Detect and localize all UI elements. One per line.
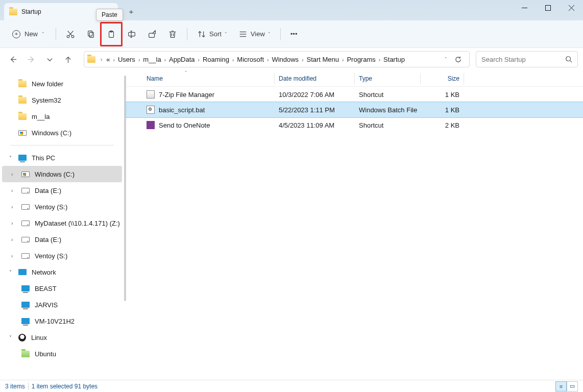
expand-icon[interactable]: › — [11, 237, 13, 242]
details-view-toggle[interactable]: ≡ — [555, 381, 567, 391]
cut-button[interactable] — [61, 25, 80, 43]
file-list: Name˄ Date modified Type Size 7-Zip File… — [126, 70, 583, 380]
minimize-button[interactable] — [513, 0, 536, 15]
sidebar-label: Ventoy (S:) — [35, 252, 67, 260]
sidebar-drive-item[interactable]: ›Ventoy (S:) — [2, 248, 122, 264]
file-date: 10/3/2022 7:06 AM — [279, 91, 354, 99]
search-box[interactable] — [476, 51, 578, 67]
sidebar-label: Data (E:) — [35, 236, 61, 243]
sidebar-recent-item[interactable]: Windows (C:) — [2, 125, 122, 141]
file-row[interactable]: 7-Zip File Manager10/3/2022 7:06 AMShort… — [126, 87, 583, 102]
sidebar-linux[interactable]: ˅Linux — [2, 329, 122, 346]
file-row[interactable]: basic_script.bat5/22/2023 1:11 PMWindows… — [126, 102, 583, 117]
linux-icon — [18, 334, 26, 341]
delete-button[interactable] — [163, 25, 182, 43]
sidebar-recent-item[interactable]: System32 — [2, 92, 122, 108]
sidebar-drive-item[interactable]: ›Data (E:) — [2, 231, 122, 248]
sidebar-label: Data (E:) — [35, 187, 61, 194]
search-input[interactable] — [481, 56, 553, 63]
search-icon — [565, 56, 572, 63]
expand-icon[interactable]: › — [11, 220, 13, 226]
file-size: 2 KB — [425, 121, 459, 129]
breadcrumb-segment[interactable]: AppData — [167, 56, 197, 63]
sidebar-label: Linux — [31, 334, 47, 341]
view-button[interactable]: View ˅ — [234, 25, 275, 43]
breadcrumb-segment[interactable]: Roaming — [201, 56, 231, 63]
new-tab-button[interactable]: + — [124, 4, 138, 18]
recent-dropdown[interactable] — [42, 52, 57, 67]
share-button[interactable] — [143, 25, 161, 43]
sidebar-label: New folder — [32, 80, 63, 88]
folder-icon — [18, 97, 27, 104]
expand-icon[interactable]: › — [11, 172, 13, 177]
svg-rect-16 — [149, 33, 155, 37]
drive-icon — [21, 188, 30, 193]
breadcrumb-segment[interactable]: Programs — [345, 56, 377, 63]
sidebar-network-item[interactable]: BEAST — [2, 280, 122, 297]
back-button[interactable] — [5, 52, 20, 67]
expand-icon[interactable]: ˅ — [9, 270, 12, 275]
computer-icon — [21, 285, 30, 291]
maximize-button[interactable] — [536, 0, 560, 15]
expand-icon[interactable]: › — [11, 188, 13, 193]
column-type[interactable]: Type — [359, 75, 420, 82]
expand-icon[interactable]: ˅ — [9, 155, 12, 161]
file-type: Shortcut — [359, 121, 420, 129]
pc-icon — [18, 155, 27, 161]
breadcrumb-segment[interactable]: Microsoft — [235, 56, 266, 63]
expand-icon[interactable]: › — [11, 253, 13, 259]
address-bar[interactable]: › «›Users›m__la›AppData›Roaming›Microsof… — [84, 51, 470, 67]
sidebar-recent-item[interactable]: New folder — [2, 76, 122, 92]
svg-point-30 — [566, 57, 571, 61]
paste-tooltip: Paste — [96, 9, 123, 21]
sidebar-drive-item[interactable]: ›Windows (C:) — [2, 166, 122, 182]
file-icon — [147, 121, 155, 129]
chevron-right-icon: › — [378, 57, 381, 63]
refresh-icon[interactable] — [454, 56, 462, 63]
breadcrumb-segment[interactable]: Startup — [381, 56, 407, 63]
expand-icon[interactable]: ˅ — [9, 335, 12, 340]
breadcrumb-segment[interactable]: Users — [116, 56, 137, 63]
new-button[interactable]: + New ˅ — [6, 25, 51, 43]
forward-button[interactable] — [23, 52, 39, 67]
tab-title: Startup — [21, 8, 41, 15]
copy-button[interactable] — [82, 25, 100, 43]
chevron-down-icon[interactable]: ˅ — [445, 57, 447, 62]
sidebar-network-item[interactable]: JARVIS — [2, 297, 122, 313]
icons-view-toggle[interactable]: ▭ — [567, 381, 578, 391]
column-name[interactable]: Name˄ — [147, 75, 274, 82]
sidebar-recent-item[interactable]: m__la — [2, 108, 122, 125]
sidebar-network-item[interactable]: VM-10V21H2 — [2, 313, 122, 329]
paste-button[interactable] — [102, 25, 120, 43]
rename-button[interactable] — [123, 25, 141, 43]
column-size[interactable]: Size — [425, 75, 459, 82]
folder-icon — [18, 113, 27, 120]
close-button[interactable] — [560, 0, 583, 15]
chevron-right-icon: › — [163, 57, 167, 63]
sidebar-drive-item[interactable]: ›MyDataset (\\10.1.4.171) (Z:) — [2, 215, 122, 231]
window-controls — [513, 0, 583, 20]
breadcrumb-segment[interactable]: Start Menu — [304, 56, 341, 63]
svg-rect-8 — [88, 31, 92, 36]
sidebar-linux-item[interactable]: Ubuntu — [2, 346, 122, 362]
breadcrumb-segment[interactable]: m__la — [141, 56, 163, 63]
sidebar-drive-item[interactable]: ›Ventoy (S:) — [2, 199, 122, 215]
sidebar-drive-item[interactable]: ›Data (E:) — [2, 182, 122, 199]
sort-button[interactable]: Sort ˅ — [192, 25, 232, 43]
toolbar: + New ˅ Sort ˅ View ˅ ••• — [0, 20, 583, 48]
breadcrumb-segment[interactable]: Windows — [270, 56, 301, 63]
file-icon — [147, 106, 155, 114]
sidebar-this-pc[interactable]: ˅This PC — [2, 150, 122, 166]
breadcrumb-segment[interactable]: « — [104, 56, 112, 63]
folder-icon — [87, 56, 95, 63]
file-row[interactable]: Send to OneNote4/5/2023 11:09 AMShortcut… — [126, 117, 583, 133]
sort-label: Sort — [209, 30, 222, 38]
sidebar-network[interactable]: ˅Network — [2, 264, 122, 280]
file-name: basic_script.bat — [159, 106, 205, 114]
sidebar-label: m__la — [32, 113, 50, 120]
expand-icon[interactable]: › — [11, 204, 13, 210]
up-button[interactable] — [60, 52, 76, 67]
column-date[interactable]: Date modified — [279, 75, 354, 82]
more-button[interactable]: ••• — [286, 25, 302, 43]
file-type: Shortcut — [359, 91, 420, 99]
